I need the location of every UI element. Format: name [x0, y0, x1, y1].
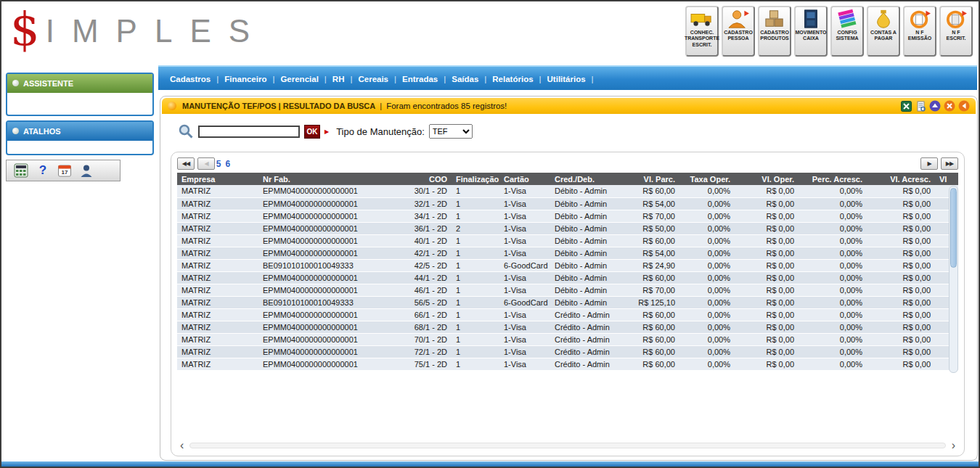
vertical-scrollbar-thumb[interactable]	[950, 188, 957, 268]
cell: Débito - Admin	[550, 197, 616, 210]
pagination-bar: ◀◀ ◀ 123456 ▶ ▶▶	[177, 157, 958, 173]
cell: Débito - Admin	[550, 247, 616, 259]
cell: 0,00%	[799, 308, 867, 321]
horizontal-scrollbar-track[interactable]	[189, 443, 945, 448]
table-row[interactable]: MATRIZEPMM040000000000000140/1 - 2D11-Vi…	[177, 234, 958, 247]
tipo-manutencao-label: Tipo de Manutenção:	[336, 126, 425, 137]
vertical-scrollbar[interactable]	[949, 186, 958, 373]
first-page-button[interactable]: ◀◀	[177, 157, 195, 170]
atalhos-header[interactable]: ATALHOS	[7, 122, 152, 141]
table-row[interactable]: MATRIZEPMM040000000000000170/1 - 2D11-Vi…	[177, 333, 958, 345]
cell: Débito - Admin	[550, 185, 616, 197]
back-icon[interactable]	[958, 100, 970, 112]
toolbar-button-nf-escrit[interactable]: N F ESCRIT.	[939, 6, 973, 57]
help-icon[interactable]: ?	[36, 163, 50, 178]
ok-button[interactable]: OK	[304, 125, 320, 139]
column-header-9[interactable]: Perc. Acresc.	[799, 173, 867, 185]
menu-item-saídas[interactable]: Saídas	[452, 75, 478, 83]
cell: R$ 60,00	[616, 345, 679, 358]
table-row[interactable]: MATRIZEPMM040000000000000168/1 - 2D11-Vi…	[177, 321, 958, 333]
last-page-button[interactable]: ▶▶	[941, 157, 958, 170]
table-body: MATRIZEPMM040000000000000130/1 - 2D11-Vi…	[177, 185, 958, 370]
column-header-2[interactable]: COO	[398, 173, 452, 185]
menu-separator: |	[272, 75, 274, 83]
column-header-7[interactable]: Taxa Oper.	[679, 173, 735, 185]
column-header-5[interactable]: Cred./Deb.	[550, 173, 616, 185]
table-row[interactable]: MATRIZBE09101010001004933342/5 - 2D16-Go…	[177, 259, 958, 271]
toolbar-button-nf-emissao[interactable]: N F EMISSÃO	[903, 6, 936, 57]
cell: R$ 0,00	[735, 284, 799, 296]
cash-drawer-icon	[798, 9, 824, 29]
cell: MATRIZ	[177, 284, 258, 296]
toolbar-button-contas-a-pagar[interactable]: CONTAS A PAGAR	[867, 6, 900, 57]
next-page-button[interactable]: ▶	[920, 157, 938, 170]
cell: 1-Visa	[499, 308, 550, 321]
calculator-icon[interactable]	[14, 163, 28, 178]
menu-item-cereais[interactable]: Cereais	[358, 75, 388, 83]
status-title: MANUTENÇÃO TEF/POS | RESULTADO DA BUSCA	[182, 102, 375, 110]
user-icon[interactable]	[79, 163, 94, 178]
table-row[interactable]: MATRIZEPMM040000000000000166/1 - 2D11-Vi…	[177, 308, 958, 321]
prev-page-button[interactable]: ◀	[197, 157, 215, 170]
calendar-icon[interactable]: 17	[57, 163, 72, 178]
toolbar-button-config-sistema[interactable]: CONFIG SISTEMA	[830, 6, 864, 57]
table-row[interactable]: MATRIZEPMM040000000000000130/1 - 2D11-Vi…	[177, 185, 958, 197]
horizontal-scrollbar[interactable]: ‹ ›	[179, 440, 957, 451]
cell: R$ 0,00	[867, 296, 935, 308]
toolbar-button-movimento-caixa[interactable]: MOVIMENTO CAIXA	[794, 6, 828, 57]
column-header-8[interactable]: Vl. Oper.	[735, 173, 799, 185]
table-row[interactable]: MATRIZEPMM040000000000000172/1 - 2D11-Vi…	[177, 345, 958, 358]
menu-item-gerencial[interactable]: Gerencial	[280, 75, 318, 83]
cell: R$ 0,00	[735, 358, 799, 370]
menu-item-utilitários[interactable]: Utilitários	[547, 75, 586, 83]
toolbar-button-conhec-transporte[interactable]: CONHEC. TRANSPORTE ESCRIT.	[685, 6, 719, 57]
tipo-manutencao-select[interactable]: TEF	[429, 124, 473, 139]
column-header-0[interactable]: Empresa	[177, 173, 258, 185]
column-header-10[interactable]: Vl. Acresc.	[867, 173, 935, 185]
scroll-left-icon[interactable]: ‹	[179, 440, 185, 451]
menu-item-financeiro[interactable]: Financeiro	[224, 75, 266, 83]
table-row[interactable]: MATRIZBE09101010001004933356/5 - 2D16-Go…	[177, 296, 958, 308]
cell: 0,00%	[799, 284, 867, 296]
column-header-11[interactable]: Vl	[935, 173, 958, 185]
table-row[interactable]: MATRIZEPMM040000000000000175/1 - 2D11-Vi…	[177, 358, 958, 370]
page-link-6[interactable]: 6	[225, 159, 230, 169]
collapse-icon[interactable]	[929, 100, 941, 112]
cell: 1-Visa	[499, 333, 550, 345]
table-row[interactable]: MATRIZEPMM040000000000000136/1 - 2D21-Vi…	[177, 222, 958, 234]
page-link-5[interactable]: 5	[216, 159, 221, 169]
menu-item-entradas[interactable]: Entradas	[402, 75, 438, 83]
cell: 1	[452, 197, 499, 210]
cell: 44/1 - 2D	[398, 271, 452, 284]
table-row[interactable]: MATRIZEPMM040000000000000134/1 - 2D11-Vi…	[177, 210, 958, 222]
column-header-1[interactable]: Nr Fab.	[258, 173, 398, 185]
excel-export-icon[interactable]	[900, 100, 912, 112]
menu-separator: |	[592, 75, 594, 83]
table-row[interactable]: MATRIZEPMM040000000000000142/1 - 2D11-Vi…	[177, 247, 958, 259]
cell: R$ 0,00	[867, 333, 935, 345]
assistente-header[interactable]: ASSISTENTE	[7, 74, 152, 93]
cell: 0,00%	[679, 358, 735, 370]
products-icon	[761, 9, 788, 29]
column-header-4[interactable]: Cartão	[499, 173, 550, 185]
cell: R$ 0,00	[735, 259, 799, 271]
column-header-3[interactable]: Finalização	[452, 173, 499, 185]
cell: 1	[452, 296, 499, 308]
close-icon[interactable]	[944, 100, 955, 112]
menu-item-cadastros[interactable]: Cadastros	[170, 75, 211, 83]
print-icon[interactable]	[915, 100, 926, 112]
menu-item-rh[interactable]: RH	[332, 75, 345, 83]
menu-item-relatórios[interactable]: Relatórios	[492, 75, 533, 83]
toolbar-button-cadastro-pessoa[interactable]: CADASTRO PESSOA	[722, 6, 755, 57]
cell: 0,00%	[679, 345, 735, 358]
cell: R$ 24,90	[616, 259, 679, 271]
search-input[interactable]	[198, 126, 300, 138]
table-row[interactable]: MATRIZEPMM040000000000000144/1 - 2D11-Vi…	[177, 271, 958, 284]
scroll-right-icon[interactable]: ›	[950, 440, 957, 451]
palette-icon	[834, 9, 860, 29]
column-header-6[interactable]: Vl. Parc.	[616, 173, 679, 185]
toolbar-button-cadastro-produtos[interactable]: CADASTRO PRODUTOS	[758, 6, 791, 57]
table-row[interactable]: MATRIZEPMM040000000000000132/1 - 2D11-Vi…	[177, 197, 958, 210]
cell: 0,00%	[799, 345, 867, 358]
table-row[interactable]: MATRIZEPMM040000000000000146/1 - 2D11-Vi…	[177, 284, 958, 296]
